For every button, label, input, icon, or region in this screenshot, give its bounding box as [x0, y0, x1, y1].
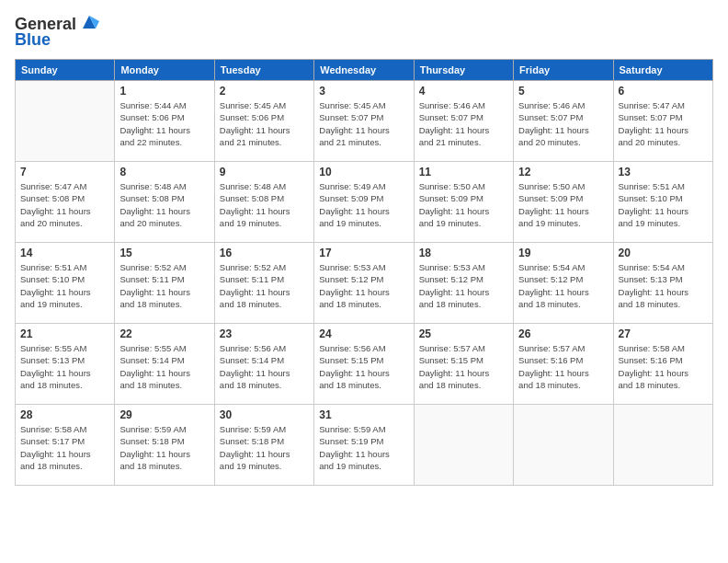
day-info: Sunrise: 5:58 AM Sunset: 5:16 PM Dayligh… — [619, 342, 708, 391]
day-number: 19 — [518, 247, 608, 259]
day-info: Sunrise: 5:51 AM Sunset: 5:10 PM Dayligh… — [20, 261, 109, 310]
page-container: General Blue SundayMondayTuesdayWednesda… — [0, 0, 728, 495]
calendar-cell: 10Sunrise: 5:49 AM Sunset: 5:09 PM Dayli… — [314, 162, 414, 243]
day-info: Sunrise: 5:59 AM Sunset: 5:19 PM Dayligh… — [319, 423, 408, 472]
day-number: 20 — [619, 247, 708, 259]
calendar-cell — [16, 81, 115, 162]
day-info: Sunrise: 5:50 AM Sunset: 5:09 PM Dayligh… — [518, 180, 608, 229]
logo-icon — [79, 12, 99, 32]
calendar-cell: 2Sunrise: 5:45 AM Sunset: 5:06 PM Daylig… — [214, 81, 313, 162]
day-number: 24 — [319, 327, 408, 340]
week-row: 1Sunrise: 5:44 AM Sunset: 5:06 PM Daylig… — [16, 81, 713, 162]
day-number: 7 — [20, 166, 109, 178]
day-info: Sunrise: 5:45 AM Sunset: 5:07 PM Dayligh… — [319, 99, 408, 148]
calendar-cell: 28Sunrise: 5:58 AM Sunset: 5:17 PM Dayli… — [16, 405, 115, 486]
day-info: Sunrise: 5:45 AM Sunset: 5:06 PM Dayligh… — [220, 99, 309, 148]
day-info: Sunrise: 5:58 AM Sunset: 5:17 PM Dayligh… — [20, 423, 109, 472]
day-info: Sunrise: 5:50 AM Sunset: 5:09 PM Dayligh… — [419, 180, 508, 229]
calendar-cell: 6Sunrise: 5:47 AM Sunset: 5:07 PM Daylig… — [613, 81, 712, 162]
day-number: 8 — [119, 166, 209, 178]
calendar-cell: 25Sunrise: 5:57 AM Sunset: 5:15 PM Dayli… — [414, 324, 513, 405]
calendar-cell: 1Sunrise: 5:44 AM Sunset: 5:06 PM Daylig… — [115, 81, 214, 162]
day-info: Sunrise: 5:52 AM Sunset: 5:11 PM Dayligh… — [119, 261, 209, 310]
day-info: Sunrise: 5:54 AM Sunset: 5:13 PM Dayligh… — [619, 261, 708, 310]
calendar-cell: 11Sunrise: 5:50 AM Sunset: 5:09 PM Dayli… — [414, 162, 513, 243]
day-info: Sunrise: 5:46 AM Sunset: 5:07 PM Dayligh… — [518, 99, 608, 148]
calendar-cell: 26Sunrise: 5:57 AM Sunset: 5:16 PM Dayli… — [514, 324, 613, 405]
weekday-header: Saturday — [613, 60, 712, 81]
day-number: 16 — [220, 247, 309, 259]
weekday-header: Thursday — [414, 60, 513, 81]
week-row: 14Sunrise: 5:51 AM Sunset: 5:10 PM Dayli… — [16, 243, 713, 324]
calendar-cell: 20Sunrise: 5:54 AM Sunset: 5:13 PM Dayli… — [613, 243, 712, 324]
day-info: Sunrise: 5:59 AM Sunset: 5:18 PM Dayligh… — [220, 423, 309, 472]
day-number: 2 — [220, 85, 309, 98]
calendar-cell: 23Sunrise: 5:56 AM Sunset: 5:14 PM Dayli… — [214, 324, 313, 405]
calendar-cell: 27Sunrise: 5:58 AM Sunset: 5:16 PM Dayli… — [613, 324, 712, 405]
calendar-cell: 22Sunrise: 5:55 AM Sunset: 5:14 PM Dayli… — [115, 324, 214, 405]
weekday-header: Tuesday — [214, 60, 313, 81]
day-number: 17 — [319, 247, 408, 259]
day-number: 26 — [518, 327, 608, 340]
day-number: 11 — [419, 166, 508, 178]
day-number: 22 — [119, 327, 209, 340]
calendar-cell: 19Sunrise: 5:54 AM Sunset: 5:12 PM Dayli… — [514, 243, 613, 324]
day-info: Sunrise: 5:52 AM Sunset: 5:11 PM Dayligh… — [220, 261, 309, 310]
day-number: 25 — [419, 327, 508, 340]
day-info: Sunrise: 5:55 AM Sunset: 5:13 PM Dayligh… — [20, 342, 109, 391]
week-row: 21Sunrise: 5:55 AM Sunset: 5:13 PM Dayli… — [16, 324, 713, 405]
calendar-cell: 4Sunrise: 5:46 AM Sunset: 5:07 PM Daylig… — [414, 81, 513, 162]
day-number: 31 — [319, 408, 408, 421]
day-info: Sunrise: 5:56 AM Sunset: 5:14 PM Dayligh… — [220, 342, 309, 391]
day-number: 6 — [619, 85, 708, 98]
calendar-cell — [613, 405, 712, 486]
week-row: 7Sunrise: 5:47 AM Sunset: 5:08 PM Daylig… — [16, 162, 713, 243]
day-info: Sunrise: 5:46 AM Sunset: 5:07 PM Dayligh… — [419, 99, 508, 148]
day-number: 30 — [220, 408, 309, 421]
day-number: 15 — [119, 247, 209, 259]
day-number: 1 — [119, 85, 209, 98]
calendar-cell: 12Sunrise: 5:50 AM Sunset: 5:09 PM Dayli… — [514, 162, 613, 243]
day-number: 21 — [20, 327, 109, 340]
weekday-header: Friday — [514, 60, 613, 81]
calendar-cell: 16Sunrise: 5:52 AM Sunset: 5:11 PM Dayli… — [214, 243, 313, 324]
day-info: Sunrise: 5:48 AM Sunset: 5:08 PM Dayligh… — [119, 180, 209, 229]
calendar-cell: 7Sunrise: 5:47 AM Sunset: 5:08 PM Daylig… — [16, 162, 115, 243]
calendar-cell: 21Sunrise: 5:55 AM Sunset: 5:13 PM Dayli… — [16, 324, 115, 405]
calendar-cell: 17Sunrise: 5:53 AM Sunset: 5:12 PM Dayli… — [314, 243, 414, 324]
calendar-cell: 30Sunrise: 5:59 AM Sunset: 5:18 PM Dayli… — [214, 405, 313, 486]
calendar-cell: 18Sunrise: 5:53 AM Sunset: 5:12 PM Dayli… — [414, 243, 513, 324]
day-info: Sunrise: 5:44 AM Sunset: 5:06 PM Dayligh… — [119, 99, 209, 148]
day-number: 5 — [518, 85, 608, 98]
day-info: Sunrise: 5:57 AM Sunset: 5:16 PM Dayligh… — [518, 342, 608, 391]
calendar-cell: 3Sunrise: 5:45 AM Sunset: 5:07 PM Daylig… — [314, 81, 414, 162]
weekday-header-row: SundayMondayTuesdayWednesdayThursdayFrid… — [16, 60, 713, 81]
day-info: Sunrise: 5:57 AM Sunset: 5:15 PM Dayligh… — [419, 342, 508, 391]
calendar-cell: 9Sunrise: 5:48 AM Sunset: 5:08 PM Daylig… — [214, 162, 313, 243]
day-number: 12 — [518, 166, 608, 178]
calendar-cell: 24Sunrise: 5:56 AM Sunset: 5:15 PM Dayli… — [314, 324, 414, 405]
weekday-header: Sunday — [16, 60, 115, 81]
calendar-cell: 31Sunrise: 5:59 AM Sunset: 5:19 PM Dayli… — [314, 405, 414, 486]
calendar-cell — [514, 405, 613, 486]
day-number: 28 — [20, 408, 109, 421]
week-row: 28Sunrise: 5:58 AM Sunset: 5:17 PM Dayli… — [16, 405, 713, 486]
calendar-cell: 14Sunrise: 5:51 AM Sunset: 5:10 PM Dayli… — [16, 243, 115, 324]
day-number: 9 — [220, 166, 309, 178]
day-info: Sunrise: 5:56 AM Sunset: 5:15 PM Dayligh… — [319, 342, 408, 391]
day-info: Sunrise: 5:47 AM Sunset: 5:07 PM Dayligh… — [619, 99, 708, 148]
day-number: 18 — [419, 247, 508, 259]
day-number: 10 — [319, 166, 408, 178]
day-number: 27 — [619, 327, 708, 340]
day-info: Sunrise: 5:53 AM Sunset: 5:12 PM Dayligh… — [419, 261, 508, 310]
day-number: 3 — [319, 85, 408, 98]
header: General Blue — [15, 15, 713, 50]
day-info: Sunrise: 5:54 AM Sunset: 5:12 PM Dayligh… — [518, 261, 608, 310]
weekday-header: Monday — [115, 60, 214, 81]
calendar-cell: 29Sunrise: 5:59 AM Sunset: 5:18 PM Dayli… — [115, 405, 214, 486]
calendar-cell: 13Sunrise: 5:51 AM Sunset: 5:10 PM Dayli… — [613, 162, 712, 243]
calendar-cell — [414, 405, 513, 486]
day-number: 29 — [119, 408, 209, 421]
day-info: Sunrise: 5:48 AM Sunset: 5:08 PM Dayligh… — [220, 180, 309, 229]
day-number: 23 — [220, 327, 309, 340]
